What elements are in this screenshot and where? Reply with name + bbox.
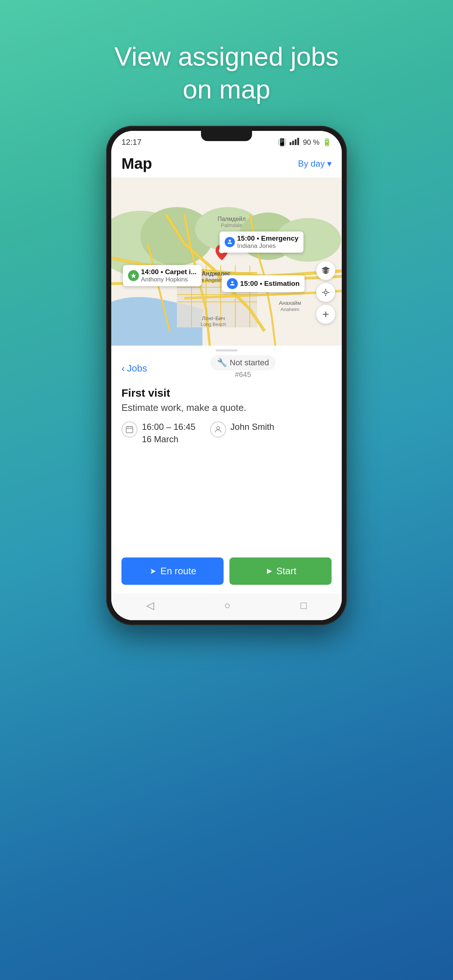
headline: View assigned jobs on map [114,40,338,106]
tooltip-emergency: 15:00 • Emergency Indiana Jones [220,232,303,253]
status-bar: 12:17 📳 90 % 🔋 [111,131,342,150]
notch [201,131,252,141]
home-nav-icon[interactable]: ○ [224,600,231,611]
svg-rect-2 [295,139,297,145]
job-title: First visit [121,387,332,399]
status-icons: 📳 90 % 🔋 [278,138,332,147]
recent-nav-icon[interactable]: □ [301,600,307,611]
svg-marker-43 [267,569,272,574]
tooltip-carpet: 14:00 • Carpet i... Anthony Hopkins [123,265,202,286]
svg-rect-37 [126,426,133,433]
by-day-filter[interactable]: By day ▾ [298,159,332,169]
signal-icon [290,138,300,147]
action-buttons: En route Start [111,550,342,593]
time-meta: 16:00 – 16:45 16 March [121,421,196,445]
svg-rect-3 [297,138,299,145]
svg-point-32 [324,291,327,294]
job-number: #645 [235,371,251,382]
headline-line2: on map [183,75,270,104]
location-button[interactable] [316,283,335,302]
bottom-panel: ‹ Jobs 🔧 Not started #645 First visit Es… [111,345,342,620]
panel-content: First visit Estimate work, make a quote. [111,387,342,550]
map-markers: 15:00 • Emergency Indiana Jones 14:00 • … [111,178,342,345]
assignee-meta: John Smith [210,421,274,438]
app-header: Map By day ▾ [111,150,342,178]
time-range: 16:00 – 16:45 [142,421,196,433]
zoom-in-button[interactable]: + [316,305,335,324]
job-meta: 16:00 – 16:45 16 March Joh [121,421,332,445]
svg-point-41 [217,426,220,430]
layers-button[interactable] [316,261,335,280]
svg-rect-1 [292,141,294,145]
map-container[interactable]: Палмдейл Palmdale Лос-Анджелес Los Angel… [111,178,342,345]
status-badge: 🔧 Not started [211,355,276,371]
back-nav-icon[interactable]: ◁ [146,600,154,611]
battery-text: 90 % [303,138,319,146]
status-time: 12:17 [121,137,142,147]
en-route-label: En route [161,565,196,577]
vibrate-icon: 📳 [278,138,287,146]
headline-line1: View assigned jobs [114,42,338,71]
phone-mockup: 12:17 📳 90 % 🔋 [106,126,347,629]
wrench-icon: 🔧 [217,358,227,368]
start-button[interactable]: Start [230,557,332,585]
back-label: Jobs [127,363,147,374]
panel-handle [111,345,342,355]
panel-header: ‹ Jobs 🔧 Not started #645 [111,355,342,387]
calendar-icon [121,422,137,438]
assignee-name: John Smith [231,421,274,433]
bottom-navigation: ◁ ○ □ [111,593,342,620]
date-label: 16 March [142,433,196,445]
en-route-button[interactable]: En route [121,557,223,585]
status-badge-text: Not started [230,358,269,368]
app-title: Map [121,155,152,172]
time-text: 16:00 – 16:45 16 March [142,421,196,445]
svg-marker-42 [151,569,156,574]
job-description: Estimate work, make a quote. [121,402,332,414]
tooltip-estimation: 15:00 • Estimation [222,275,305,292]
start-label: Start [276,565,297,577]
map-controls: + [316,261,335,324]
back-button[interactable]: ‹ Jobs [121,363,147,374]
battery-icon: 🔋 [322,138,332,146]
svg-rect-0 [290,142,292,145]
person-icon [210,422,226,438]
